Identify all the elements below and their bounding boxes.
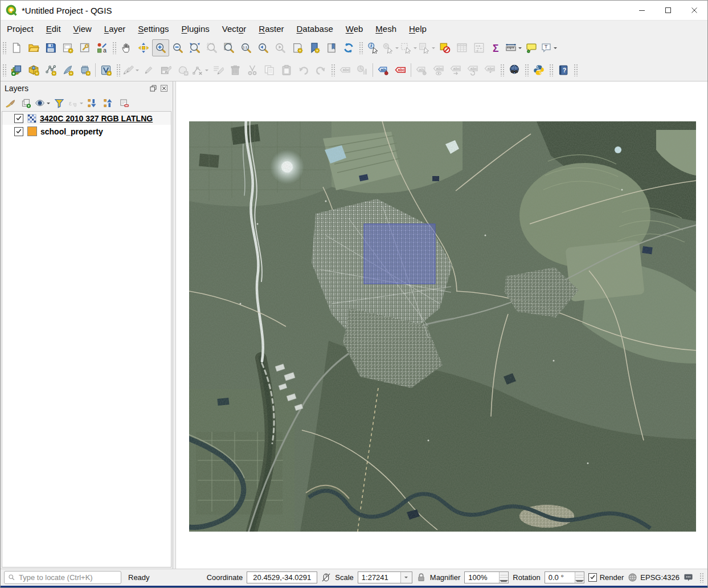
layer-item-3420c-2010-327-rgb-latlng[interactable]: 3420C 2010 327 RGB LATLNG — [2, 112, 171, 125]
collapse-all-button[interactable] — [100, 96, 116, 111]
coordinate-field[interactable]: 20.4529,-34.0291 — [247, 571, 317, 583]
locator-input[interactable] — [18, 573, 118, 582]
menu-web[interactable]: Web — [339, 22, 370, 35]
scale-dropdown-icon[interactable] — [400, 572, 412, 583]
render-checkbox[interactable]: Render — [588, 573, 624, 582]
menu-mesh[interactable]: Mesh — [369, 22, 403, 35]
layer-diagram-options-button[interactable]: abc — [392, 62, 409, 79]
manage-map-themes-button[interactable] — [34, 96, 51, 111]
dropdown-arrow-icon[interactable] — [47, 103, 50, 106]
new-geopackage-layer-button[interactable] — [25, 62, 42, 79]
extents-toggle-icon[interactable] — [321, 573, 331, 582]
new-print-layout-button[interactable] — [59, 39, 76, 56]
toolbar-grip[interactable] — [2, 64, 6, 76]
save-project-button[interactable] — [42, 39, 59, 56]
dropdown-arrow-icon[interactable] — [395, 47, 399, 51]
layer-visibility-checkbox[interactable] — [14, 127, 23, 136]
filter-legend-button[interactable] — [51, 96, 67, 111]
menu-plugins[interactable]: Plugins — [175, 22, 216, 35]
messages-icon[interactable] — [684, 573, 693, 582]
minimize-button[interactable] — [629, 1, 655, 20]
deselect-features-from-all-layers-button[interactable] — [436, 39, 453, 56]
show-layout-manager-button[interactable] — [76, 39, 93, 56]
text-annotation-button[interactable]: T — [540, 39, 558, 56]
dropdown-arrow-icon[interactable] — [432, 47, 435, 51]
new-virtual-layer-button[interactable] — [97, 62, 114, 79]
menu-view[interactable]: View — [67, 22, 98, 35]
new-project-button[interactable] — [8, 39, 25, 56]
help-contents-button[interactable]: ? — [555, 62, 572, 79]
zoom-to-native-resolution-button[interactable]: 1:1 — [238, 39, 255, 56]
map-canvas[interactable] — [176, 81, 707, 569]
spin-up-icon[interactable] — [575, 572, 584, 578]
menu-layer[interactable]: Layer — [98, 22, 132, 35]
spin-down-icon[interactable] — [575, 578, 584, 583]
locator-search[interactable] — [4, 571, 121, 584]
magnifier-spinner[interactable]: 100% — [464, 571, 509, 583]
spin-down-icon[interactable] — [500, 578, 508, 583]
toolbar-grip[interactable] — [549, 64, 553, 76]
open-project-button[interactable] — [25, 39, 42, 56]
zoom-out-button[interactable] — [169, 39, 186, 56]
close-button[interactable] — [681, 1, 707, 20]
toolbar-grip[interactable] — [500, 64, 504, 76]
expand-all-button[interactable] — [84, 96, 100, 111]
pan-map-button[interactable] — [118, 39, 135, 56]
zoom-in-button[interactable] — [152, 39, 169, 56]
menu-edit[interactable]: Edit — [40, 22, 67, 35]
map-tips-button[interactable] — [523, 39, 540, 56]
dropdown-arrow-icon[interactable] — [136, 70, 139, 73]
new-map-view-button[interactable] — [289, 39, 306, 56]
menu-project[interactable]: Project — [1, 22, 40, 35]
menu-vector[interactable]: Vector — [216, 22, 253, 35]
rotation-spinner[interactable]: 0.0 ° — [545, 571, 584, 583]
refresh-map-button[interactable] — [340, 39, 357, 56]
menu-database[interactable]: Database — [290, 22, 339, 35]
panel-float-icon[interactable] — [149, 84, 158, 93]
new-shapefile-layer-button[interactable] — [42, 62, 59, 79]
maximize-button[interactable] — [655, 1, 681, 20]
new-mesh-layer-button[interactable] — [76, 62, 93, 79]
panel-close-icon[interactable] — [159, 84, 169, 93]
layer-visibility-checkbox[interactable] — [14, 114, 23, 123]
zoom-full-button[interactable] — [186, 39, 203, 56]
spin-up-icon[interactable] — [500, 572, 508, 578]
open-data-source-manager-button[interactable] — [8, 62, 25, 79]
toolbar-grip[interactable] — [331, 64, 335, 76]
toolbar-grip[interactable] — [116, 64, 120, 76]
dropdown-arrow-icon[interactable] — [554, 47, 557, 51]
dropdown-arrow-icon[interactable] — [80, 103, 83, 106]
toolbar-grip[interactable] — [359, 42, 363, 54]
open-layer-styling-button[interactable] — [2, 96, 18, 111]
statistical-summary-button[interactable]: Σ — [488, 39, 505, 56]
crs-status[interactable]: EPSG:4326 — [628, 573, 680, 582]
style-manager-button[interactable]: a — [93, 39, 111, 56]
toolbar-grip[interactable] — [525, 64, 529, 76]
menu-settings[interactable]: Settings — [132, 22, 175, 35]
toolbar-grip[interactable] — [2, 42, 6, 54]
zoom-last-button[interactable] — [255, 39, 272, 56]
new-spatialite-layer-button[interactable] — [59, 62, 76, 79]
lock-scale-icon[interactable] — [416, 573, 426, 582]
menu-raster[interactable]: Raster — [252, 22, 290, 35]
identify-features-button[interactable]: i — [365, 39, 382, 56]
toolbar-grip[interactable] — [574, 64, 578, 76]
resize-grip[interactable] — [699, 573, 704, 583]
dropdown-arrow-icon[interactable] — [414, 47, 417, 51]
metasearch-button[interactable] — [506, 62, 523, 79]
toolbar-grip[interactable] — [112, 42, 116, 54]
python-console-button[interactable] — [530, 62, 547, 79]
menu-help[interactable]: Help — [403, 22, 433, 35]
layer-item-school-property[interactable]: school_property — [2, 125, 171, 138]
pan-map-to-selection-button[interactable] — [135, 39, 152, 56]
add-group-button[interactable] — [18, 96, 34, 111]
dropdown-arrow-icon[interactable] — [518, 47, 522, 51]
layer-labeling-options-button[interactable]: ab — [375, 62, 392, 79]
scale-combo[interactable]: 1:27241 — [358, 571, 412, 583]
measure-line-button[interactable] — [505, 39, 523, 56]
new-spatial-bookmark-button[interactable] — [306, 39, 323, 56]
show-spatial-bookmarks-button[interactable] — [323, 39, 340, 56]
zoom-to-layer-button[interactable] — [220, 39, 238, 56]
dropdown-arrow-icon[interactable] — [205, 70, 208, 73]
remove-layer-group-button[interactable] — [116, 96, 132, 111]
